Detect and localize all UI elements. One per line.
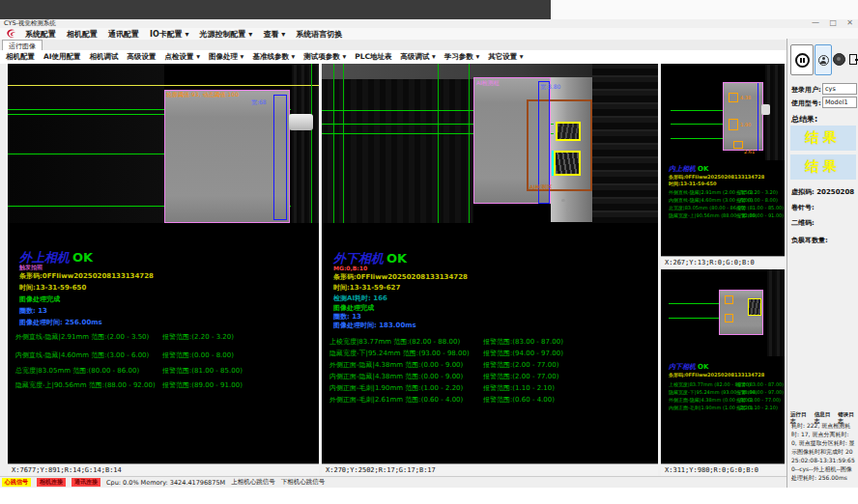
- baseline-green-1: [671, 110, 723, 111]
- small-bottom-image-canvas[interactable]: [661, 269, 785, 356]
- measurement-row: 内侧直线-隐藏|4.60mm 范围:(3.00 - 6.00): [15, 350, 149, 360]
- toolbar: 相机配置 AI使用配置 相机调试 高级设置 点检设置 ▾ 图像处理 ▾ 基准线参…: [0, 50, 786, 65]
- debris-dot: [566, 209, 570, 211]
- tool-advanced-debug[interactable]: 高级调试 ▾: [400, 52, 435, 62]
- reference-line-yellow: [8, 85, 319, 86]
- measurement-row: 总宽度|83.05mm (80.00 - 86.00): [669, 205, 746, 210]
- defect-box-1: [729, 93, 738, 102]
- pixel-coord-readout: X:311;Y:980;R:0;G:0;B:0: [661, 463, 785, 476]
- defect-box-2: [725, 314, 733, 322]
- middle-image-machinery: [592, 64, 658, 223]
- measurement-row: 总宽度|83.05mm 范围:(80.00 - 86.00): [15, 366, 139, 376]
- tool-ai-usage[interactable]: AI使用配置: [43, 52, 81, 62]
- width-measure-label: 宽:3.80: [540, 83, 560, 92]
- camera-view-lower-outer: AI检测框 宽:3.80 AI检测区 外下相机OK MG:0,B:10 条形码:…: [322, 64, 658, 476]
- menu-item-io-config[interactable]: IO卡配置 ▾: [150, 29, 189, 40]
- model-label: 使用型号:: [791, 98, 821, 108]
- log-text[interactable]: 耗时: 222, 斑点检测耗时: 17, 斑点分离耗时: 0, 斑点提取分区耗时…: [791, 421, 855, 482]
- tool-camera-debug[interactable]: 相机调试: [90, 52, 119, 62]
- exit-button[interactable]: [846, 46, 858, 71]
- camera-name: 内上相机: [669, 165, 696, 173]
- menu-item-view[interactable]: 查看 ▾: [263, 29, 285, 40]
- baseline-green-2: [671, 124, 723, 125]
- alarm-range: 报警范围:(81.00 - 85.00): [162, 366, 243, 376]
- desktop-strip: [0, 0, 551, 19]
- heartbeat-status-badge: 心跳信号: [2, 478, 31, 487]
- lower-camera-heartbeat: 下相机心跳信号: [281, 478, 326, 487]
- middle-image-canvas[interactable]: AI检测框 宽:3.80 AI检测区: [322, 64, 658, 223]
- pause-button[interactable]: [790, 44, 814, 75]
- width-measure-line: [758, 83, 758, 151]
- desktop-strip-right: [551, 0, 858, 19]
- camera-title: 内上相机OK: [669, 164, 708, 174]
- alarm-range: 报警范围:(83.00 - 87.00): [483, 337, 563, 347]
- tab-detect-box-2: [554, 151, 581, 176]
- baseline-green-1: [669, 303, 719, 304]
- tool-other-settings[interactable]: 其它设置 ▾: [488, 52, 523, 62]
- camera-name: 内下相机: [669, 363, 696, 371]
- threshold-overlay-label: 轮廓阈值:93, 动态阈值:100: [166, 91, 239, 99]
- tool-test-params[interactable]: 测试项参数 ▾: [303, 52, 346, 62]
- left-image-canvas[interactable]: 轮廓阈值:93, 动态阈值:100 宽:68: [8, 64, 319, 223]
- process-time-text: 图像处理时间: 256.00ms: [19, 318, 102, 327]
- measurement-row: 隐藏宽度-上|90.56mm 范围:(88.00 - 92.00): [15, 380, 156, 390]
- tool-image-processing[interactable]: 图像处理 ▾: [209, 52, 243, 62]
- ai-region-label: AI检测区: [529, 183, 553, 192]
- baseline-green-3: [671, 138, 723, 139]
- alarm-range: 报警:(89.00 - 91.00): [736, 212, 784, 218]
- measurement-row: 上棱宽度|83.77mm 范围:(82.00 - 88.00): [329, 337, 460, 347]
- tool-plc-table[interactable]: PLC地址表: [355, 52, 391, 62]
- barcode-text: 条形码:0FFIiww20250208133134728: [333, 272, 468, 282]
- user-button[interactable]: [815, 44, 832, 75]
- alarm-range: 报警:(81.00 - 85.00): [736, 205, 784, 210]
- tool-camera-config[interactable]: 相机配置: [6, 52, 35, 62]
- pixel-coord-readout: X:7677;Y:891;R:14;G:14;B:14: [8, 463, 319, 476]
- close-icon[interactable]: ✕: [846, 18, 853, 27]
- menu-item-camera-config[interactable]: 相机配置: [67, 29, 98, 40]
- tool-learn-params[interactable]: 学习参数 ▾: [444, 52, 479, 62]
- alarm-range: 报警:(2.20 - 3.20): [736, 189, 778, 195]
- barcode-text: 条形码:0FFIiww20250208133134728: [669, 372, 764, 378]
- tab-detect-box: [748, 298, 761, 316]
- control-panel: 登录用户: cys 使用型号: Model1 总结果: 结果 结果 虚拟码: 2…: [786, 39, 858, 488]
- menu-item-light-config[interactable]: 光源控制配置 ▾: [200, 29, 253, 40]
- minimize-icon[interactable]: —: [812, 18, 819, 27]
- camera-connection-badge: 相机连接: [37, 478, 66, 487]
- result-display-2: 结果: [790, 154, 856, 180]
- middle-image-background: [322, 79, 473, 223]
- pixel-coord-readout: X:270;Y:2502;R:17;G:17;B:17: [322, 463, 658, 476]
- window-title: CYS-视觉检测系统: [4, 19, 56, 28]
- tool-spotcheck[interactable]: 点检设置 ▾: [165, 52, 200, 62]
- login-user-value[interactable]: cys: [822, 83, 857, 95]
- alarm-range: 报警:(83.00 - 87.00): [736, 381, 784, 387]
- app-logo-icon: [6, 28, 17, 40]
- time-text: 时间:13-31-59-650: [19, 283, 86, 293]
- result-ok-badge: OK: [386, 251, 407, 266]
- connector-tab: [289, 114, 313, 130]
- user-icon: [818, 55, 829, 66]
- menu-item-system-config[interactable]: 系统配置: [25, 29, 56, 40]
- alarm-range: 报警范围:(0.00 - 8.00): [162, 350, 234, 360]
- ai-time-text: 检测AI耗时: 166: [333, 294, 387, 303]
- alarm-range: 报警范围:(0.60 - 4.00): [483, 395, 555, 405]
- result-display-1: 结果: [790, 126, 856, 151]
- result-ok-badge: OK: [72, 250, 93, 265]
- tool-baseline-params[interactable]: 基准线参数 ▾: [252, 52, 295, 62]
- tab-count-label: 负极耳数量:: [791, 236, 828, 245]
- defect-label-2: 1.90: [740, 122, 751, 127]
- alarm-range: 报警范围:(1.10 - 2.10): [483, 383, 555, 393]
- total-result-label: 总结果:: [791, 114, 817, 125]
- titlebar: CYS-视觉检测系统 — □ ✕: [0, 19, 858, 28]
- model-value[interactable]: Model1: [822, 97, 857, 108]
- small-top-image-canvas[interactable]: 4.38 1.90 2.61: [661, 64, 785, 160]
- process-done-text: 图像处理完成: [19, 294, 60, 304]
- menu-item-comm-config[interactable]: 通讯配置: [108, 29, 139, 40]
- measurement-row: 外侧正面-毛刺|2.61mm 范围:(0.60 - 4.00): [329, 395, 463, 405]
- maximize-icon[interactable]: □: [829, 18, 837, 27]
- record-button[interactable]: [833, 46, 845, 71]
- menu-item-language[interactable]: 系统语言切换: [296, 29, 342, 40]
- tool-advanced-settings[interactable]: 高级设置: [128, 52, 157, 62]
- measurement-row: 隐藏宽度-下|95.24mm 范围:(93.00 - 98.00): [329, 349, 470, 358]
- debug-note: MG:0,B:10: [333, 265, 367, 271]
- baseline-green-vertical: [311, 64, 312, 223]
